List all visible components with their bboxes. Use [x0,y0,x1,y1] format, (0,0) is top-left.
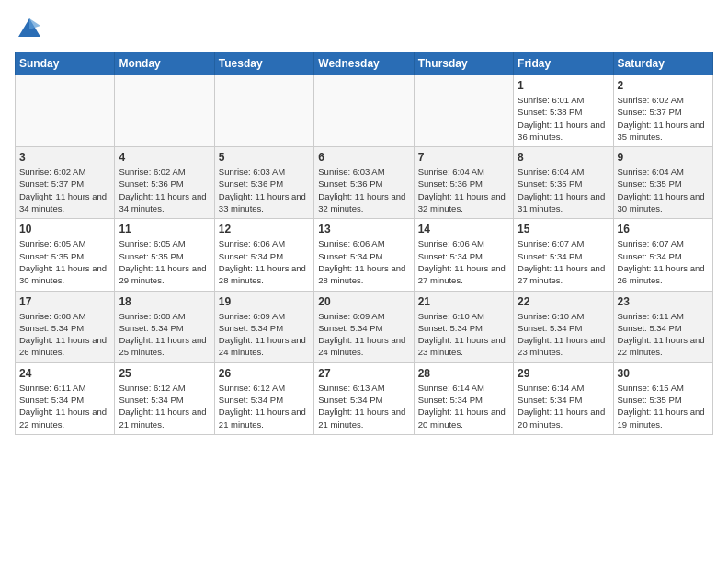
day-info: Sunrise: 6:08 AM Sunset: 5:34 PM Dayligh… [19,310,110,359]
day-number: 7 [418,151,509,164]
calendar-day-cell: 28Sunrise: 6:14 AM Sunset: 5:34 PM Dayli… [414,362,513,434]
day-number: 24 [19,367,110,380]
logo-icon [15,15,44,44]
day-number: 1 [518,79,609,92]
day-info: Sunrise: 6:06 AM Sunset: 5:34 PM Dayligh… [418,237,509,286]
day-info: Sunrise: 6:09 AM Sunset: 5:34 PM Dayligh… [318,310,409,359]
day-info: Sunrise: 6:15 AM Sunset: 5:35 PM Dayligh… [618,382,709,431]
logo [15,15,48,44]
day-info: Sunrise: 6:04 AM Sunset: 5:36 PM Dayligh… [418,166,509,214]
calendar-day-cell: 10Sunrise: 6:05 AM Sunset: 5:35 PM Dayli… [16,219,115,291]
calendar-week-row: 17Sunrise: 6:08 AM Sunset: 5:34 PM Dayli… [16,291,713,362]
day-info: Sunrise: 6:02 AM Sunset: 5:37 PM Dayligh… [618,94,709,143]
calendar-week-row: 1Sunrise: 6:01 AM Sunset: 5:38 PM Daylig… [16,75,713,147]
day-of-week-header: Wednesday [314,52,414,75]
calendar-day-cell [214,75,313,147]
calendar-day-cell: 6Sunrise: 6:03 AM Sunset: 5:36 PM Daylig… [314,147,414,219]
day-number: 2 [618,79,709,92]
day-info: Sunrise: 6:02 AM Sunset: 5:36 PM Dayligh… [119,166,210,214]
day-info: Sunrise: 6:04 AM Sunset: 5:35 PM Dayligh… [618,166,709,214]
day-of-week-header: Thursday [414,52,513,75]
calendar-day-cell: 1Sunrise: 6:01 AM Sunset: 5:38 PM Daylig… [514,75,613,147]
day-info: Sunrise: 6:05 AM Sunset: 5:35 PM Dayligh… [119,237,210,286]
day-info: Sunrise: 6:03 AM Sunset: 5:36 PM Dayligh… [219,166,310,214]
day-number: 23 [618,295,709,308]
day-info: Sunrise: 6:14 AM Sunset: 5:34 PM Dayligh… [418,382,509,431]
day-of-week-header: Sunday [16,52,115,75]
calendar-day-cell: 4Sunrise: 6:02 AM Sunset: 5:36 PM Daylig… [115,147,214,219]
calendar-day-cell: 24Sunrise: 6:11 AM Sunset: 5:34 PM Dayli… [16,362,115,434]
calendar-day-cell: 29Sunrise: 6:14 AM Sunset: 5:34 PM Dayli… [514,362,613,434]
calendar-day-cell: 8Sunrise: 6:04 AM Sunset: 5:35 PM Daylig… [514,147,613,219]
day-info: Sunrise: 6:12 AM Sunset: 5:34 PM Dayligh… [219,382,310,431]
day-info: Sunrise: 6:07 AM Sunset: 5:34 PM Dayligh… [618,237,709,286]
day-info: Sunrise: 6:12 AM Sunset: 5:34 PM Dayligh… [119,382,210,431]
day-number: 16 [618,223,709,236]
calendar-day-cell [115,75,214,147]
day-of-week-header: Saturday [613,52,712,75]
day-number: 17 [19,295,110,308]
day-number: 21 [418,295,509,308]
day-number: 5 [219,151,310,164]
day-number: 18 [119,295,210,308]
day-number: 12 [219,223,310,236]
day-number: 30 [618,367,709,380]
day-info: Sunrise: 6:02 AM Sunset: 5:37 PM Dayligh… [19,166,110,214]
day-number: 20 [318,295,409,308]
day-info: Sunrise: 6:01 AM Sunset: 5:38 PM Dayligh… [518,94,609,143]
day-number: 25 [119,367,210,380]
day-number: 11 [119,223,210,236]
day-number: 8 [518,151,609,164]
day-number: 22 [518,295,609,308]
day-info: Sunrise: 6:07 AM Sunset: 5:34 PM Dayligh… [518,237,609,286]
day-of-week-header: Friday [514,52,613,75]
calendar-day-cell: 12Sunrise: 6:06 AM Sunset: 5:34 PM Dayli… [214,219,313,291]
day-number: 10 [19,223,110,236]
calendar-day-cell: 2Sunrise: 6:02 AM Sunset: 5:37 PM Daylig… [613,75,712,147]
calendar-day-cell: 16Sunrise: 6:07 AM Sunset: 5:34 PM Dayli… [613,219,712,291]
day-of-week-header: Tuesday [214,52,313,75]
day-number: 19 [219,295,310,308]
day-number: 15 [518,223,609,236]
day-number: 4 [119,151,210,164]
calendar-day-cell [314,75,414,147]
day-info: Sunrise: 6:03 AM Sunset: 5:36 PM Dayligh… [318,166,409,214]
calendar-week-row: 10Sunrise: 6:05 AM Sunset: 5:35 PM Dayli… [16,219,713,291]
day-of-week-header: Monday [115,52,214,75]
calendar-day-cell: 19Sunrise: 6:09 AM Sunset: 5:34 PM Dayli… [214,291,313,362]
calendar-day-cell: 14Sunrise: 6:06 AM Sunset: 5:34 PM Dayli… [414,219,513,291]
day-number: 6 [318,151,409,164]
day-info: Sunrise: 6:10 AM Sunset: 5:34 PM Dayligh… [518,310,609,359]
calendar-day-cell: 17Sunrise: 6:08 AM Sunset: 5:34 PM Dayli… [16,291,115,362]
day-info: Sunrise: 6:11 AM Sunset: 5:34 PM Dayligh… [19,382,110,431]
day-info: Sunrise: 6:08 AM Sunset: 5:34 PM Dayligh… [119,310,210,359]
day-info: Sunrise: 6:06 AM Sunset: 5:34 PM Dayligh… [318,237,409,286]
calendar-day-cell: 5Sunrise: 6:03 AM Sunset: 5:36 PM Daylig… [214,147,313,219]
calendar-table: SundayMondayTuesdayWednesdayThursdayFrid… [15,52,713,435]
calendar-day-cell: 30Sunrise: 6:15 AM Sunset: 5:35 PM Dayli… [613,362,712,434]
day-number: 28 [418,367,509,380]
calendar-day-cell: 13Sunrise: 6:06 AM Sunset: 5:34 PM Dayli… [314,219,414,291]
calendar-week-row: 24Sunrise: 6:11 AM Sunset: 5:34 PM Dayli… [16,362,713,434]
calendar-week-row: 3Sunrise: 6:02 AM Sunset: 5:37 PM Daylig… [16,147,713,219]
calendar-day-cell: 18Sunrise: 6:08 AM Sunset: 5:34 PM Dayli… [115,291,214,362]
day-number: 3 [19,151,110,164]
day-info: Sunrise: 6:13 AM Sunset: 5:34 PM Dayligh… [318,382,409,431]
calendar-day-cell: 15Sunrise: 6:07 AM Sunset: 5:34 PM Dayli… [514,219,613,291]
day-info: Sunrise: 6:11 AM Sunset: 5:34 PM Dayligh… [618,310,709,359]
day-info: Sunrise: 6:14 AM Sunset: 5:34 PM Dayligh… [518,382,609,431]
day-number: 9 [618,151,709,164]
day-number: 13 [318,223,409,236]
day-number: 29 [518,367,609,380]
day-number: 26 [219,367,310,380]
calendar-day-cell: 25Sunrise: 6:12 AM Sunset: 5:34 PM Dayli… [115,362,214,434]
calendar-header-row: SundayMondayTuesdayWednesdayThursdayFrid… [16,52,713,75]
day-info: Sunrise: 6:05 AM Sunset: 5:35 PM Dayligh… [19,237,110,286]
day-info: Sunrise: 6:06 AM Sunset: 5:34 PM Dayligh… [219,237,310,286]
calendar-day-cell: 23Sunrise: 6:11 AM Sunset: 5:34 PM Dayli… [613,291,712,362]
day-info: Sunrise: 6:04 AM Sunset: 5:35 PM Dayligh… [518,166,609,214]
calendar-day-cell: 27Sunrise: 6:13 AM Sunset: 5:34 PM Dayli… [314,362,414,434]
day-number: 27 [318,367,409,380]
day-info: Sunrise: 6:10 AM Sunset: 5:34 PM Dayligh… [418,310,509,359]
calendar-day-cell: 22Sunrise: 6:10 AM Sunset: 5:34 PM Dayli… [514,291,613,362]
